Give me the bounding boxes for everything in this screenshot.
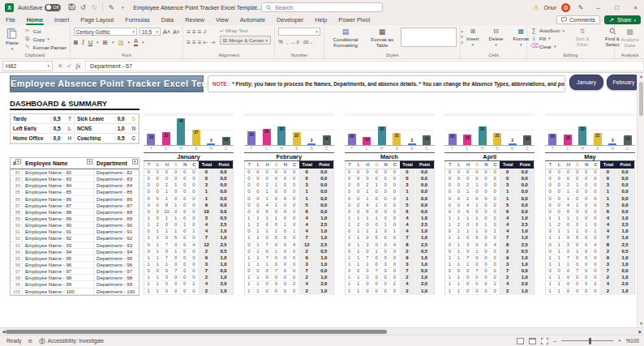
font-color-caret-icon[interactable]: ▾ — [142, 40, 144, 45]
tab-developer[interactable]: Developer — [271, 15, 309, 25]
employee-num-cell[interactable]: 87 — [11, 203, 23, 209]
tab-automate[interactable]: Automate — [234, 15, 271, 25]
copy-caret-icon[interactable]: ▾ — [47, 36, 49, 41]
month-cell[interactable]: 0 — [390, 288, 399, 295]
tab-insert[interactable]: Insert — [49, 15, 75, 25]
fill-button[interactable]: ⤓Fill▾ — [530, 35, 565, 41]
employee-name-cell[interactable]: Employee Name - 89 — [23, 216, 94, 222]
horizontal-scroll-thumb[interactable] — [6, 330, 387, 334]
increase-decimal-icon[interactable]: ←.0 — [291, 40, 299, 45]
employee-name-cell[interactable]: Employee Name - 88 — [23, 209, 94, 216]
month-data-row[interactable]: 12001042,5 — [546, 221, 634, 228]
month-cell[interactable]: 1,0 — [416, 288, 434, 295]
accessibility-status[interactable]: Accessibility: Investigate — [39, 338, 104, 344]
zoom-in-icon[interactable]: + — [618, 338, 621, 344]
employee-name-cell[interactable]: Employee Name - 97 — [23, 268, 94, 275]
employee-num-cell[interactable]: 88 — [11, 209, 23, 216]
month-data-row[interactable]: 00000000,0 — [546, 169, 634, 175]
month-data-row[interactable]: 11000242,0 — [245, 280, 333, 287]
employee-row[interactable]: 93Employee Name - 93Department - 93 — [11, 242, 139, 249]
macro-record-icon[interactable]: ⊞ — [28, 338, 32, 344]
employee-num-cell[interactable]: 95 — [11, 255, 23, 262]
employee-num-cell[interactable]: 85 — [11, 189, 23, 195]
employee-dept-cell[interactable]: Department - 94 — [94, 249, 139, 255]
month-data-row[interactable]: 00070070,0 — [445, 267, 534, 274]
employee-row[interactable]: 84Employee Name - 84Department - 84 — [11, 182, 139, 189]
underline-caret-icon[interactable]: ▾ — [97, 40, 99, 45]
month-data-row[interactable]: 12001042,5 — [445, 221, 534, 228]
employee-name-cell[interactable]: Employee Name - 94 — [23, 249, 94, 255]
employee-name-cell[interactable]: Employee Name - 93 — [23, 242, 94, 249]
month-cell[interactable]: 1 — [555, 288, 564, 295]
month-cell[interactable]: 1 — [144, 288, 153, 295]
month-data-row[interactable]: 00070070,0 — [546, 267, 634, 274]
month-data-row[interactable]: 00210030,0 — [546, 182, 634, 188]
month-data-row[interactable]: 00070070,0 — [144, 267, 233, 274]
employee-name-cell[interactable]: Employee Name - 90 — [23, 222, 94, 229]
align-middle-icon[interactable]: ≡ — [192, 28, 195, 36]
employee-row[interactable]: 87Employee Name - 87Department - 87 — [11, 203, 139, 209]
month-cell[interactable]: 0 — [363, 288, 372, 295]
month-chart-april[interactable]: 20183221316 — [444, 113, 535, 146]
month-data-row[interactable]: 11050071,0 — [445, 234, 534, 241]
month-data-row[interactable]: 00210030,0 — [245, 182, 333, 188]
zoom-slider-thumb[interactable] — [589, 338, 591, 344]
employee-row[interactable]: 83Employee Name - 83Department - 83 — [11, 176, 139, 182]
month-cell[interactable]: 0 — [582, 288, 591, 295]
confirm-entry-icon[interactable]: ✓ — [67, 62, 71, 70]
autosave-switch[interactable]: Off — [45, 4, 61, 11]
month-data-row[interactable]: 01110141,0 — [245, 228, 333, 234]
month-cell[interactable]: 1 — [454, 288, 463, 295]
employee-name-cell[interactable]: Employee Name - 96 — [23, 262, 94, 268]
month-data-row[interactable]: 00410050,0 — [245, 202, 333, 208]
month-data-row[interactable]: 01010020,5 — [445, 248, 534, 254]
employee-row[interactable]: 97Employee Name - 97Department - 97 — [11, 268, 139, 275]
month-cell[interactable]: 1 — [254, 288, 263, 295]
indent-increase-icon[interactable]: ⇥ — [210, 39, 215, 46]
month-data-row[interactable]: 11100031,0 — [144, 261, 233, 267]
employee-row[interactable]: 99Employee Name - 99Department - 99 — [11, 281, 139, 288]
employee-dept-cell[interactable]: Department - 92 — [94, 235, 139, 241]
employee-row[interactable]: 89Employee Name - 89Department - 89 — [11, 216, 139, 222]
employee-dept-cell[interactable]: Department - 91 — [94, 229, 139, 235]
font-color-icon[interactable]: A — [134, 38, 138, 46]
january-nav-button[interactable]: January — [569, 75, 603, 90]
month-data-row[interactable]: 11000242,0 — [346, 280, 434, 287]
normal-view-icon[interactable] — [517, 338, 524, 344]
share-caret-icon[interactable]: ▾ — [633, 18, 636, 23]
employee-num-cell[interactable]: 84 — [11, 182, 23, 189]
employee-name-cell[interactable]: Employee Name - 85 — [23, 189, 94, 195]
paste-caret-icon[interactable]: ▾ — [11, 46, 14, 51]
employee-row[interactable]: 86Employee Name - 86Department - 86 — [11, 196, 139, 203]
employee-row[interactable]: 82Employee Name - 82Department - 82 — [11, 169, 139, 176]
month-cell[interactable]: 1 — [346, 288, 354, 295]
search-input[interactable]: Search — [261, 2, 383, 12]
month-data-row[interactable]: 00070070,0 — [245, 267, 333, 274]
employee-dept-cell[interactable]: Department - 88 — [94, 209, 139, 216]
month-cell[interactable]: 0 — [281, 288, 290, 295]
decrease-font-icon[interactable]: A˅ — [173, 29, 179, 35]
month-chart-may[interactable]: 20183221316 — [545, 113, 635, 146]
month-cell[interactable]: 0 — [464, 288, 473, 295]
month-cell[interactable]: 2 — [199, 288, 215, 295]
tab-view[interactable]: View — [210, 15, 234, 25]
month-cell[interactable]: 1,0 — [616, 288, 634, 295]
orientation-icon[interactable]: ⦨ — [203, 28, 205, 36]
employee-row[interactable]: 85Employee Name - 85Department - 85 — [11, 189, 139, 195]
scroll-up-icon[interactable]: ▲ — [638, 73, 644, 80]
month-cell[interactable]: 1,0 — [316, 288, 333, 295]
employee-name-cell[interactable]: Employee Name - 83 — [23, 176, 94, 182]
employee-num-cell[interactable]: 91 — [11, 229, 23, 235]
month-data-row[interactable]: 00000000,0 — [346, 175, 434, 182]
month-data-row[interactable]: 00000000,0 — [245, 169, 333, 175]
month-cell[interactable]: 0 — [381, 288, 390, 295]
month-cell[interactable]: 0 — [473, 288, 482, 295]
sort-filter-button[interactable]: ⇅ Sort & Filter — [570, 28, 595, 51]
month-data-row[interactable]: 00410050,0 — [445, 202, 534, 208]
month-cell[interactable]: 1 — [445, 288, 454, 295]
month-data-row[interactable]: 11700091,0 — [346, 254, 434, 261]
draw-icon[interactable]: ✎ — [105, 4, 117, 11]
month-data-row[interactable]: 11100031,0 — [445, 261, 534, 267]
employee-dept-cell[interactable]: Department - 82 — [94, 169, 139, 176]
month-data-row[interactable]: 01010020,5 — [245, 248, 333, 254]
